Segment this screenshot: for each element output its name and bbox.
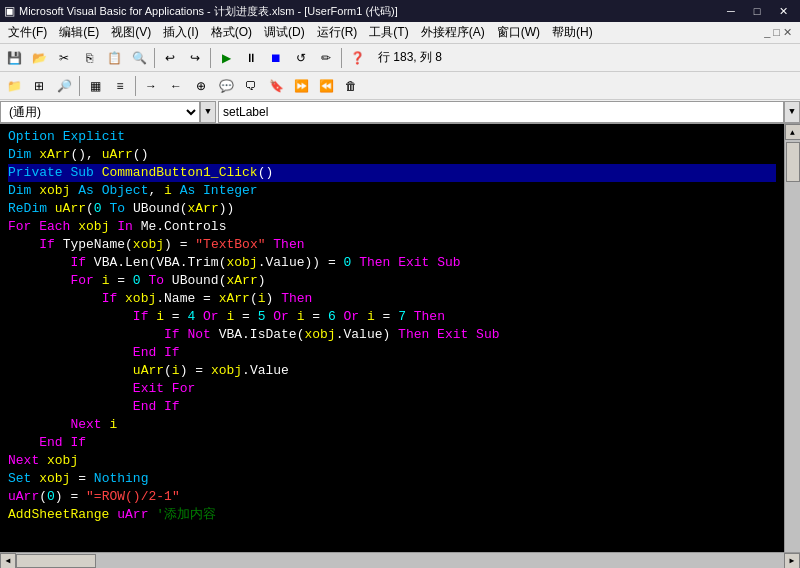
redo-button[interactable]: ↪ — [183, 46, 207, 70]
code-line-22: AddSheetRange uArr '添加内容 — [8, 506, 776, 524]
code-line-12: If Not VBA.IsDate(xobj.Value) Then Exit … — [8, 326, 776, 344]
title-text: Microsoft Visual Basic for Applications … — [19, 4, 398, 19]
properties-button[interactable]: ⊞ — [27, 74, 51, 98]
menu-addins[interactable]: 外接程序(A) — [415, 22, 491, 43]
maximize-button[interactable]: □ — [744, 0, 770, 22]
outdent-button[interactable]: ← — [164, 74, 188, 98]
next-bookmark-button[interactable]: ⏩ — [289, 74, 313, 98]
code-line-15: Exit For — [8, 380, 776, 398]
menu-bar: 文件(F) 编辑(E) 视图(V) 插入(I) 格式(O) 调试(D) 运行(R… — [0, 22, 800, 44]
code-line-17: Next i — [8, 416, 776, 434]
menu-help[interactable]: 帮助(H) — [546, 22, 599, 43]
clear-bookmark-button[interactable]: 🗑 — [339, 74, 363, 98]
menu-edit[interactable]: 编辑(E) — [53, 22, 105, 43]
paste-button[interactable]: 📋 — [102, 46, 126, 70]
menu-window[interactable]: 窗口(W) — [491, 22, 546, 43]
code-line-13: End If — [8, 344, 776, 362]
code-line-4: Dim xobj As Object, i As Integer — [8, 182, 776, 200]
code-line-3: Private Sub CommandButton1_Click() — [8, 164, 776, 182]
title-bar-controls[interactable]: ─ □ ✕ — [718, 0, 796, 22]
comment-button[interactable]: 💬 — [214, 74, 238, 98]
design-button[interactable]: ✏ — [314, 46, 338, 70]
combo-arrow-left[interactable]: ▼ — [200, 101, 216, 123]
prev-bookmark-button[interactable]: ⏪ — [314, 74, 338, 98]
code-line-19: Next xobj — [8, 452, 776, 470]
menu-tools[interactable]: 工具(T) — [363, 22, 414, 43]
copy-button[interactable]: ⎘ — [77, 46, 101, 70]
code-line-8: If VBA.Len(VBA.Trim(xobj.Value)) = 0 The… — [8, 254, 776, 272]
combo-bar: (通用) ▼ setLabel ▼ — [0, 100, 800, 124]
code-line-16: End If — [8, 398, 776, 416]
open-button[interactable]: 📂 — [27, 46, 51, 70]
code-line-18: End If — [8, 434, 776, 452]
uncomment-button[interactable]: 🗨 — [239, 74, 263, 98]
menu-format[interactable]: 格式(O) — [205, 22, 258, 43]
title-bar: ▣ Microsoft Visual Basic for Application… — [0, 0, 800, 22]
menu-insert[interactable]: 插入(I) — [157, 22, 204, 43]
code-line-2: Dim xArr(), uArr() — [8, 146, 776, 164]
userform-button[interactable]: ▦ — [83, 74, 107, 98]
toggle-button[interactable]: ⊕ — [189, 74, 213, 98]
code-line-9: For i = 0 To UBound(xArr) — [8, 272, 776, 290]
app-icon: ▣ — [4, 4, 15, 18]
code-line-11: If i = 4 Or i = 5 Or i = 6 Or i = 7 Then — [8, 308, 776, 326]
menu-view[interactable]: 视图(V) — [105, 22, 157, 43]
code-line-5: ReDim uArr(0 To UBound(xArr)) — [8, 200, 776, 218]
hscroll-thumb[interactable] — [16, 554, 96, 568]
scroll-right-button[interactable]: ▶ — [784, 553, 800, 569]
run-button[interactable]: ▶ — [214, 46, 238, 70]
undo-button[interactable]: ↩ — [158, 46, 182, 70]
menu-run[interactable]: 运行(R) — [311, 22, 364, 43]
indent-button[interactable]: → — [139, 74, 163, 98]
sep-1 — [154, 48, 155, 68]
minimize-button[interactable]: ─ — [718, 0, 744, 22]
menu-file[interactable]: 文件(F) — [2, 22, 53, 43]
vertical-scrollbar[interactable]: ▲ — [784, 124, 800, 552]
scroll-thumb[interactable] — [786, 142, 800, 182]
cut-button[interactable]: ✂ — [52, 46, 76, 70]
editor-container: Option Explicit Dim xArr(), uArr() Priva… — [0, 124, 800, 552]
code-line-10: If xobj.Name = xArr(i) Then — [8, 290, 776, 308]
sep-5 — [135, 76, 136, 96]
help-icon-button[interactable]: ❓ — [345, 46, 369, 70]
code-line-1: Option Explicit — [8, 128, 776, 146]
object-combo[interactable]: (通用) — [0, 101, 200, 123]
save-button[interactable]: 💾 — [2, 46, 26, 70]
title-bar-left: ▣ Microsoft Visual Basic for Application… — [4, 4, 398, 19]
project-button[interactable]: 📁 — [2, 74, 26, 98]
code-line-6: For Each xobj In Me.Controls — [8, 218, 776, 236]
reset-button[interactable]: ↺ — [289, 46, 313, 70]
proc-label: setLabel — [218, 101, 784, 123]
sep-3 — [341, 48, 342, 68]
find-button[interactable]: 🔍 — [127, 46, 151, 70]
scroll-up-button[interactable]: ▲ — [785, 124, 801, 140]
bookmark-button[interactable]: 🔖 — [264, 74, 288, 98]
code-line-21: uArr(0) = "=ROW()/2-1" — [8, 488, 776, 506]
code-area[interactable]: Option Explicit Dim xArr(), uArr() Priva… — [0, 124, 784, 552]
menu-debug[interactable]: 调试(D) — [258, 22, 311, 43]
sep-2 — [210, 48, 211, 68]
code-view-button[interactable]: ≡ — [108, 74, 132, 98]
stop-button[interactable]: ⏹ — [264, 46, 288, 70]
position-label: 行 183, 列 8 — [378, 49, 442, 66]
code-line-20: Set xobj = Nothing — [8, 470, 776, 488]
objectbrowser-button[interactable]: 🔎 — [52, 74, 76, 98]
horizontal-scrollbar[interactable]: ◀ ▶ — [0, 552, 800, 568]
combo-arrow-right[interactable]: ▼ — [784, 101, 800, 123]
scroll-left-button[interactable]: ◀ — [0, 553, 16, 569]
toolbar-2: 📁 ⊞ 🔎 ▦ ≡ → ← ⊕ 💬 🗨 🔖 ⏩ ⏪ 🗑 — [0, 72, 800, 100]
hscroll-track[interactable] — [16, 554, 784, 568]
pause-button[interactable]: ⏸ — [239, 46, 263, 70]
minimize-restore[interactable]: _ □ ✕ — [758, 24, 798, 41]
toolbar-1: 💾 📂 ✂ ⎘ 📋 🔍 ↩ ↪ ▶ ⏸ ⏹ ↺ ✏ ❓ 行 183, 列 8 — [0, 44, 800, 72]
close-button[interactable]: ✕ — [770, 0, 796, 22]
sep-4 — [79, 76, 80, 96]
code-line-14: uArr(i) = xobj.Value — [8, 362, 776, 380]
code-line-7: If TypeName(xobj) = "TextBox" Then — [8, 236, 776, 254]
